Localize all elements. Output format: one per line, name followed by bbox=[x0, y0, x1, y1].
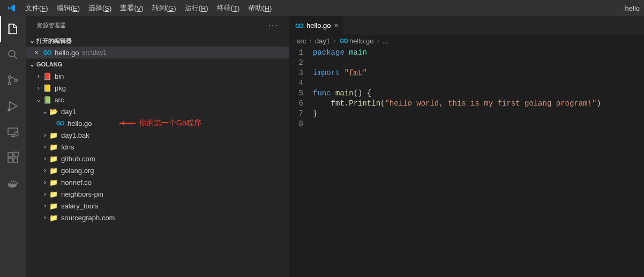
activity-explorer[interactable] bbox=[0, 16, 26, 42]
menu-g[interactable]: 转到(G) bbox=[148, 0, 181, 16]
go-icon: GO bbox=[56, 119, 64, 128]
chevron-right-icon: › bbox=[41, 155, 49, 162]
annotation: 你的第一个Go程序 bbox=[119, 118, 201, 128]
breadcrumb-item[interactable]: hello.go bbox=[349, 37, 374, 45]
svg-point-6 bbox=[14, 132, 18, 136]
tree-item-label: neighbors-pin bbox=[61, 190, 103, 198]
chevron-right-icon: › bbox=[41, 190, 49, 198]
tree-item-fdns[interactable]: ›📁fdns bbox=[26, 141, 289, 153]
tree-item-label: hello.go bbox=[68, 119, 92, 128]
tree-item-label: sourcegraph.com bbox=[61, 214, 115, 222]
svg-point-3 bbox=[15, 79, 18, 82]
folder-icon: 📁 bbox=[49, 201, 58, 210]
tab-hello-go[interactable]: GO hello.go × bbox=[289, 16, 344, 35]
sidebar-title: 资源管理器 ··· bbox=[26, 16, 289, 35]
breadcrumb-item[interactable]: ... bbox=[383, 37, 388, 45]
tree-item-label: salary_tools bbox=[61, 202, 98, 210]
editor-area: GO hello.go × src›day1›GOhello.go›... 12… bbox=[289, 16, 644, 277]
menu-t[interactable]: 终端(T) bbox=[213, 0, 244, 16]
menu-v[interactable]: 查看(V) bbox=[116, 0, 147, 16]
chevron-right-icon: › bbox=[41, 131, 49, 139]
sidebar: 资源管理器 ··· ⌄ 打开的编辑器 × GO hello.go src\day… bbox=[26, 16, 289, 277]
tab-bar: GO hello.go × bbox=[289, 16, 644, 35]
activity-docker[interactable] bbox=[0, 170, 26, 196]
tree-item-neighbors-pin[interactable]: ›📁neighbors-pin bbox=[26, 188, 289, 200]
folder-green-icon: 📗 bbox=[43, 95, 51, 104]
tree-item-golang-org[interactable]: ›📁golang.org bbox=[26, 164, 289, 176]
svg-point-1 bbox=[9, 76, 11, 79]
chevron-right-icon: › bbox=[34, 84, 43, 92]
sidebar-more-icon[interactable]: ··· bbox=[268, 21, 279, 31]
tree-item-hello-go[interactable]: ›GOhello.go你的第一个Go程序 bbox=[26, 117, 289, 129]
svg-rect-7 bbox=[8, 153, 12, 157]
close-icon[interactable]: × bbox=[32, 48, 41, 57]
folder-icon: 📁 bbox=[49, 178, 58, 186]
tree-item-label: fdns bbox=[61, 143, 74, 151]
folder-icon: 📁 bbox=[49, 154, 58, 163]
close-icon[interactable]: × bbox=[334, 21, 339, 29]
tree-item-label: honnef.co bbox=[61, 178, 92, 186]
activity-remote[interactable] bbox=[0, 119, 26, 145]
chevron-down-icon: ⌄ bbox=[28, 61, 36, 68]
tree-item-day1[interactable]: ⌄📂day1 bbox=[26, 106, 289, 117]
chevron-right-icon: › bbox=[41, 214, 49, 221]
menu-r[interactable]: 运行(R) bbox=[181, 0, 213, 16]
svg-point-4 bbox=[8, 109, 10, 111]
chevron-right-icon: › bbox=[309, 36, 312, 45]
tree-item-src[interactable]: ⌄📗src bbox=[26, 94, 289, 106]
editor[interactable]: 12345678 package mainimport "fmt"func ma… bbox=[289, 47, 644, 277]
menubar: 文件(F)编辑(E)选择(S)查看(V)转到(G)运行(R)终端(T)帮助(H)… bbox=[0, 0, 644, 16]
tree-item-bin[interactable]: ›📕bin bbox=[26, 70, 289, 82]
chevron-right-icon: › bbox=[377, 36, 379, 45]
open-editor-item[interactable]: × GO hello.go src\day1 bbox=[26, 47, 289, 58]
svg-point-0 bbox=[9, 50, 15, 57]
window-title: hello bbox=[625, 4, 642, 12]
chevron-down-icon: ⌄ bbox=[34, 96, 43, 103]
menu-f[interactable]: 文件(F) bbox=[21, 0, 53, 16]
folder-open-icon: 📂 bbox=[49, 107, 58, 116]
chevron-down-icon: ⌄ bbox=[41, 108, 49, 115]
activity-extensions[interactable] bbox=[0, 145, 26, 170]
folder-icon: 📁 bbox=[49, 190, 58, 198]
activity-search[interactable] bbox=[0, 42, 26, 68]
menu-e[interactable]: 编辑(E) bbox=[53, 0, 84, 16]
chevron-right-icon: › bbox=[34, 72, 43, 80]
go-file-icon: GO bbox=[339, 36, 348, 45]
menu-h[interactable]: 帮助(H) bbox=[244, 0, 276, 16]
tree-item-sourcegraph-com[interactable]: ›📁sourcegraph.com bbox=[26, 212, 289, 223]
tree-item-honnef-co[interactable]: ›📁honnef.co bbox=[26, 176, 289, 188]
tree-item-day1-bak[interactable]: ›📁day1.bak bbox=[26, 129, 289, 141]
tree-item-label: day1.bak bbox=[61, 131, 89, 139]
open-editors-header[interactable]: ⌄ 打开的编辑器 bbox=[26, 35, 289, 47]
breadcrumb-item[interactable]: src bbox=[297, 37, 306, 45]
tab-label: hello.go bbox=[306, 21, 331, 29]
svg-rect-8 bbox=[8, 158, 12, 162]
tree-item-label: bin bbox=[55, 72, 64, 80]
code-content[interactable]: package mainimport "fmt"func main() { fm… bbox=[313, 48, 644, 277]
tree-item-label: day1 bbox=[61, 108, 76, 116]
folder-red-icon: 📕 bbox=[43, 72, 51, 80]
vscode-logo bbox=[2, 4, 21, 12]
activity-bar bbox=[0, 16, 26, 277]
tree-item-github-com[interactable]: ›📁github.com bbox=[26, 153, 289, 164]
open-editors-label: 打开的编辑器 bbox=[36, 37, 72, 45]
tree-item-salary-tools[interactable]: ›📁salary_tools bbox=[26, 200, 289, 212]
folder-icon: 📁 bbox=[49, 213, 58, 222]
breadcrumb[interactable]: src›day1›GOhello.go›... bbox=[289, 35, 644, 47]
activity-scm[interactable] bbox=[0, 68, 26, 93]
line-numbers: 12345678 bbox=[289, 48, 313, 277]
activity-debug[interactable] bbox=[0, 93, 26, 119]
menu-s[interactable]: 选择(S) bbox=[84, 0, 116, 16]
chevron-right-icon: › bbox=[333, 36, 336, 45]
explorer-label: 资源管理器 bbox=[36, 21, 66, 29]
breadcrumb-item[interactable]: day1 bbox=[315, 37, 330, 45]
svg-point-2 bbox=[9, 83, 11, 85]
tree-item-label: src bbox=[55, 96, 64, 104]
project-header[interactable]: ⌄ GOLANG bbox=[26, 58, 289, 70]
chevron-down-icon: ⌄ bbox=[28, 37, 36, 44]
tree-item-pkg[interactable]: ›📒pkg bbox=[26, 82, 289, 94]
folder-yellow-icon: 📒 bbox=[43, 84, 51, 92]
folder-icon: 📁 bbox=[49, 143, 58, 151]
folder-icon: 📁 bbox=[49, 131, 58, 139]
tree-item-label: golang.org bbox=[61, 167, 94, 175]
